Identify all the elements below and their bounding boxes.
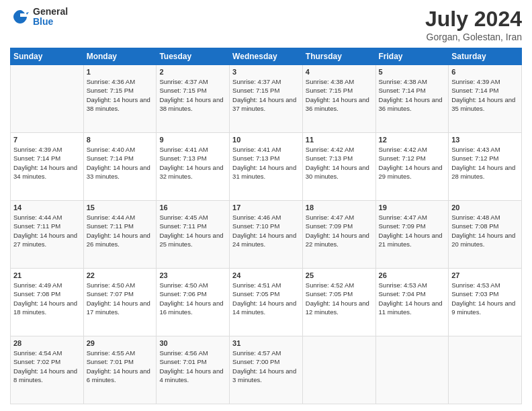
logo-text: General Blue — [33, 7, 68, 28]
calendar-cell: 16 Sunrise: 4:45 AMSunset: 7:11 PMDaylig… — [157, 201, 230, 269]
day-number: 22 — [87, 271, 154, 279]
subtitle: Gorgan, Golestan, Iran — [425, 32, 522, 42]
day-number: 21 — [13, 271, 81, 279]
day-number: 9 — [159, 136, 226, 144]
calendar-cell — [302, 336, 375, 404]
main-title: July 2024 — [425, 7, 522, 32]
calendar-cell: 9 Sunrise: 4:41 AMSunset: 7:13 PMDayligh… — [157, 133, 230, 201]
day-info: Sunrise: 4:48 AMSunset: 7:08 PMDaylight:… — [451, 213, 519, 248]
day-info: Sunrise: 4:38 AMSunset: 7:14 PMDaylight:… — [379, 77, 446, 113]
calendar-cell: 8 Sunrise: 4:40 AMSunset: 7:14 PMDayligh… — [83, 133, 157, 201]
calendar-header: Sunday Monday Tuesday Wednesday Thursday… — [11, 48, 522, 65]
calendar-week-row: 28 Sunrise: 4:54 AMSunset: 7:02 PMDaylig… — [11, 336, 522, 404]
day-info: Sunrise: 4:41 AMSunset: 7:13 PMDaylight:… — [159, 145, 226, 181]
calendar-body: 1 Sunrise: 4:36 AMSunset: 7:15 PMDayligh… — [11, 65, 522, 404]
calendar-week-row: 21 Sunrise: 4:49 AMSunset: 7:08 PMDaylig… — [11, 269, 522, 336]
logo-general: General — [33, 7, 68, 17]
day-number: 23 — [159, 271, 226, 279]
calendar-cell: 23 Sunrise: 4:50 AMSunset: 7:06 PMDaylig… — [157, 269, 230, 336]
calendar-cell: 22 Sunrise: 4:50 AMSunset: 7:07 PMDaylig… — [83, 269, 157, 336]
col-friday: Friday — [375, 48, 449, 65]
logo-icon — [10, 7, 30, 27]
day-info: Sunrise: 4:53 AMSunset: 7:03 PMDaylight:… — [451, 281, 519, 316]
day-number: 25 — [306, 271, 373, 279]
calendar-cell: 29 Sunrise: 4:55 AMSunset: 7:01 PMDaylig… — [83, 336, 157, 404]
day-number: 11 — [306, 136, 373, 144]
day-info: Sunrise: 4:36 AMSunset: 7:15 PMDaylight:… — [87, 77, 154, 113]
calendar-cell: 10 Sunrise: 4:41 AMSunset: 7:13 PMDaylig… — [230, 133, 303, 201]
col-thursday: Thursday — [302, 48, 375, 65]
calendar-cell: 28 Sunrise: 4:54 AMSunset: 7:02 PMDaylig… — [11, 336, 84, 404]
day-number: 24 — [232, 271, 300, 279]
calendar-cell: 7 Sunrise: 4:39 AMSunset: 7:14 PMDayligh… — [11, 133, 84, 201]
calendar-cell — [449, 336, 522, 404]
day-number: 27 — [451, 271, 519, 279]
title-area: July 2024 Gorgan, Golestan, Iran — [425, 7, 522, 42]
day-info: Sunrise: 4:39 AMSunset: 7:14 PMDaylight:… — [451, 77, 519, 113]
day-info: Sunrise: 4:45 AMSunset: 7:11 PMDaylight:… — [159, 213, 226, 248]
calendar-cell: 4 Sunrise: 4:38 AMSunset: 7:15 PMDayligh… — [302, 65, 375, 133]
day-info: Sunrise: 4:42 AMSunset: 7:12 PMDaylight:… — [379, 145, 446, 181]
calendar-cell: 31 Sunrise: 4:57 AMSunset: 7:00 PMDaylig… — [230, 336, 303, 404]
day-info: Sunrise: 4:40 AMSunset: 7:14 PMDaylight:… — [87, 145, 154, 181]
day-info: Sunrise: 4:53 AMSunset: 7:04 PMDaylight:… — [379, 281, 446, 316]
day-info: Sunrise: 4:44 AMSunset: 7:11 PMDaylight:… — [87, 213, 154, 248]
day-number: 17 — [232, 203, 300, 212]
day-info: Sunrise: 4:55 AMSunset: 7:01 PMDaylight:… — [87, 349, 154, 384]
calendar-cell: 1 Sunrise: 4:36 AMSunset: 7:15 PMDayligh… — [83, 65, 157, 133]
day-number: 2 — [159, 68, 226, 76]
day-number: 13 — [451, 136, 519, 144]
day-info: Sunrise: 4:52 AMSunset: 7:05 PMDaylight:… — [306, 281, 373, 316]
day-info: Sunrise: 4:49 AMSunset: 7:08 PMDaylight:… — [13, 281, 81, 316]
calendar-cell: 20 Sunrise: 4:48 AMSunset: 7:08 PMDaylig… — [449, 201, 522, 269]
day-info: Sunrise: 4:47 AMSunset: 7:09 PMDaylight:… — [379, 213, 446, 248]
day-info: Sunrise: 4:54 AMSunset: 7:02 PMDaylight:… — [13, 349, 81, 384]
col-saturday: Saturday — [449, 48, 522, 65]
day-info: Sunrise: 4:39 AMSunset: 7:14 PMDaylight:… — [13, 145, 81, 181]
calendar-week-row: 7 Sunrise: 4:39 AMSunset: 7:14 PMDayligh… — [11, 133, 522, 201]
day-info: Sunrise: 4:37 AMSunset: 7:15 PMDaylight:… — [232, 77, 300, 113]
day-number: 26 — [379, 271, 446, 279]
day-number: 30 — [159, 339, 226, 347]
calendar-cell: 6 Sunrise: 4:39 AMSunset: 7:14 PMDayligh… — [449, 65, 522, 133]
page: General Blue July 2024 Gorgan, Golestan,… — [0, 0, 532, 411]
day-info: Sunrise: 4:57 AMSunset: 7:00 PMDaylight:… — [232, 349, 300, 384]
day-number: 16 — [159, 203, 226, 212]
calendar-cell: 18 Sunrise: 4:47 AMSunset: 7:09 PMDaylig… — [302, 201, 375, 269]
calendar-cell: 21 Sunrise: 4:49 AMSunset: 7:08 PMDaylig… — [11, 269, 84, 336]
day-info: Sunrise: 4:44 AMSunset: 7:11 PMDaylight:… — [13, 213, 81, 248]
day-number: 20 — [451, 203, 519, 212]
day-number: 10 — [232, 136, 300, 144]
logo: General Blue — [10, 7, 68, 28]
calendar-cell: 11 Sunrise: 4:42 AMSunset: 7:13 PMDaylig… — [302, 133, 375, 201]
calendar-cell — [375, 336, 449, 404]
calendar-cell: 15 Sunrise: 4:44 AMSunset: 7:11 PMDaylig… — [83, 201, 157, 269]
col-sunday: Sunday — [11, 48, 84, 65]
calendar-cell: 2 Sunrise: 4:37 AMSunset: 7:15 PMDayligh… — [157, 65, 230, 133]
calendar-cell: 25 Sunrise: 4:52 AMSunset: 7:05 PMDaylig… — [302, 269, 375, 336]
day-number: 8 — [87, 136, 154, 144]
day-number: 6 — [451, 68, 519, 76]
day-number: 18 — [306, 203, 373, 212]
calendar-cell: 13 Sunrise: 4:43 AMSunset: 7:12 PMDaylig… — [449, 133, 522, 201]
day-number: 15 — [87, 203, 154, 212]
calendar-cell — [11, 65, 84, 133]
day-info: Sunrise: 4:41 AMSunset: 7:13 PMDaylight:… — [232, 145, 300, 181]
calendar-cell: 12 Sunrise: 4:42 AMSunset: 7:12 PMDaylig… — [375, 133, 449, 201]
col-monday: Monday — [83, 48, 157, 65]
calendar-week-row: 1 Sunrise: 4:36 AMSunset: 7:15 PMDayligh… — [11, 65, 522, 133]
day-info: Sunrise: 4:38 AMSunset: 7:15 PMDaylight:… — [306, 77, 373, 113]
calendar-week-row: 14 Sunrise: 4:44 AMSunset: 7:11 PMDaylig… — [11, 201, 522, 269]
day-info: Sunrise: 4:51 AMSunset: 7:05 PMDaylight:… — [232, 281, 300, 316]
day-info: Sunrise: 4:37 AMSunset: 7:15 PMDaylight:… — [159, 77, 226, 113]
day-number: 4 — [306, 68, 373, 76]
calendar-cell: 17 Sunrise: 4:46 AMSunset: 7:10 PMDaylig… — [230, 201, 303, 269]
calendar-cell: 5 Sunrise: 4:38 AMSunset: 7:14 PMDayligh… — [375, 65, 449, 133]
calendar-cell: 30 Sunrise: 4:56 AMSunset: 7:01 PMDaylig… — [157, 336, 230, 404]
calendar-cell: 27 Sunrise: 4:53 AMSunset: 7:03 PMDaylig… — [449, 269, 522, 336]
day-info: Sunrise: 4:50 AMSunset: 7:07 PMDaylight:… — [87, 281, 154, 316]
calendar-cell: 26 Sunrise: 4:53 AMSunset: 7:04 PMDaylig… — [375, 269, 449, 336]
day-number: 1 — [87, 68, 154, 76]
day-info: Sunrise: 4:42 AMSunset: 7:13 PMDaylight:… — [306, 145, 373, 181]
day-number: 31 — [232, 339, 300, 347]
